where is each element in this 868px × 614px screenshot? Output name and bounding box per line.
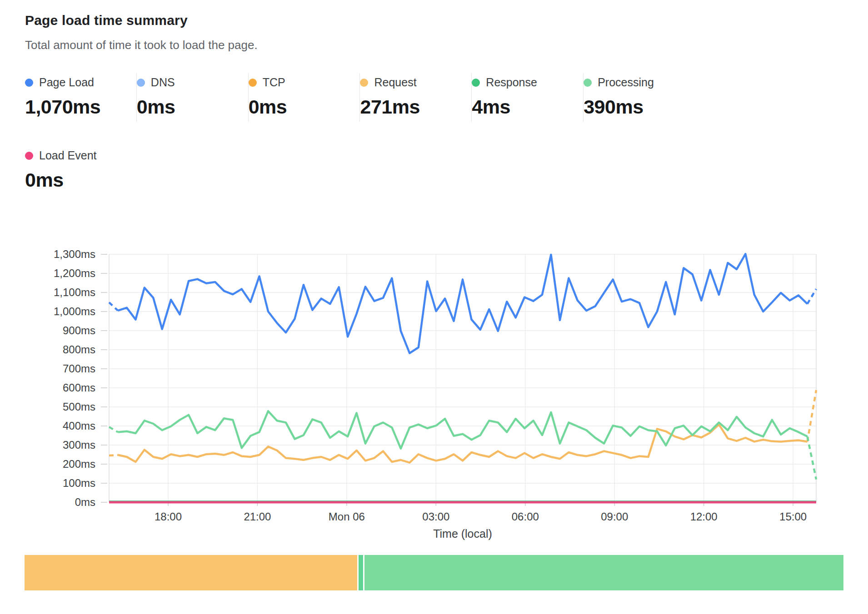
stats-grid: Page Load1,070msDNS0msTCP0msRequest271ms… (25, 73, 868, 122)
processing-legend-dot-icon (584, 79, 592, 87)
y-axis-tick-label: 1,300ms (54, 248, 95, 260)
legend-row: Response (472, 76, 583, 89)
page-load-line-dashed-start (109, 302, 118, 311)
stat-label: Processing (598, 76, 654, 89)
stat-value: 271ms (360, 96, 471, 118)
chart-section: 0ms100ms200ms300ms400ms500ms600ms700ms80… (0, 242, 868, 546)
page-title: Page load time summary (25, 13, 843, 28)
stat-label: DNS (151, 76, 175, 89)
x-axis-tick-label: 12:00 (690, 510, 718, 523)
stat-label: Response (486, 76, 537, 89)
stat-value: 0ms (25, 169, 868, 191)
page-subtitle: Total amount of time it took to load the… (25, 38, 843, 52)
y-axis-tick-label: 0ms (75, 496, 95, 508)
y-axis-tick-label: 500ms (63, 401, 95, 413)
stat-label: Request (374, 76, 416, 89)
x-axis-tick-label: 18:00 (155, 510, 182, 523)
stat-value: 390ms (584, 96, 695, 118)
page-load-legend-dot-icon (25, 79, 33, 87)
stat-value: 1,070ms (25, 96, 136, 118)
bar-segment-ok-period[interactable] (364, 555, 843, 590)
stat-value: 4ms (472, 96, 583, 118)
dns-legend-dot-icon (137, 79, 145, 87)
status-timeline-bar[interactable] (25, 555, 843, 590)
stat-tile-request: Request271ms (360, 73, 472, 122)
y-axis-tick-label: 900ms (63, 324, 95, 337)
y-axis-tick-label: 700ms (63, 362, 95, 375)
legend-row: Page Load (25, 76, 136, 89)
legend-row: DNS (137, 76, 248, 89)
bar-segment-ok-sliver[interactable] (359, 555, 363, 590)
processing-line-dashed-end (808, 436, 817, 480)
y-axis-tick-label: 200ms (63, 458, 95, 470)
legend-row: Load Event (25, 149, 868, 162)
response-legend-dot-icon (472, 79, 480, 87)
x-axis-tick-label: 15:00 (779, 510, 807, 523)
x-axis-tick-label: 03:00 (422, 510, 449, 523)
bar-segment-warning-period[interactable] (25, 555, 357, 590)
stat-tile-page-load: Page Load1,070ms (25, 73, 137, 122)
legend-row: TCP (249, 76, 360, 89)
chart-header: Page load time summary Total amount of t… (0, 0, 868, 52)
x-axis-tick-label: 09:00 (601, 510, 628, 523)
y-axis-tick-label: 800ms (63, 343, 95, 356)
y-axis-tick-label: 1,100ms (54, 286, 95, 298)
y-axis-tick-label: 1,000ms (54, 305, 95, 317)
request-legend-dot-icon (360, 79, 368, 87)
stat-tile-processing: Processing390ms (584, 73, 695, 122)
stat-value: 0ms (249, 96, 360, 118)
timeseries-chart[interactable]: 0ms100ms200ms300ms400ms500ms600ms700ms80… (9, 242, 823, 544)
tcp-legend-dot-icon (249, 79, 257, 87)
x-axis-title: Time (local) (433, 527, 492, 540)
stat-tile-response: Response4ms (472, 73, 584, 122)
stat-tile-load-event: Load Event0ms (25, 146, 868, 195)
stat-value: 0ms (137, 96, 248, 118)
request-line-dashed-end (808, 390, 817, 441)
stat-label: Load Event (39, 149, 97, 162)
stat-label: Page Load (39, 76, 94, 89)
stats-row2: Load Event0ms (25, 146, 868, 195)
legend-row: Processing (584, 76, 695, 89)
y-axis-tick-label: 400ms (63, 420, 95, 432)
y-axis-tick-label: 300ms (63, 439, 95, 451)
load-event-legend-dot-icon (25, 152, 33, 160)
y-axis-tick-label: 600ms (63, 381, 95, 394)
page-load-line-dashed-end (808, 289, 817, 304)
x-axis-tick-label: 21:00 (244, 510, 271, 523)
processing-line-dashed-start (109, 427, 118, 432)
request-line-dashed-start (109, 455, 118, 456)
x-axis-tick-label: Mon 06 (329, 510, 365, 523)
x-axis-tick-label: 06:00 (512, 510, 539, 523)
stat-tile-dns: DNS0ms (137, 73, 249, 122)
y-axis-tick-label: 100ms (63, 477, 95, 489)
legend-row: Request (360, 76, 471, 89)
y-axis-tick-label: 1,200ms (54, 267, 95, 279)
stat-tile-tcp: TCP0ms (249, 73, 360, 122)
stat-label: TCP (263, 76, 285, 89)
